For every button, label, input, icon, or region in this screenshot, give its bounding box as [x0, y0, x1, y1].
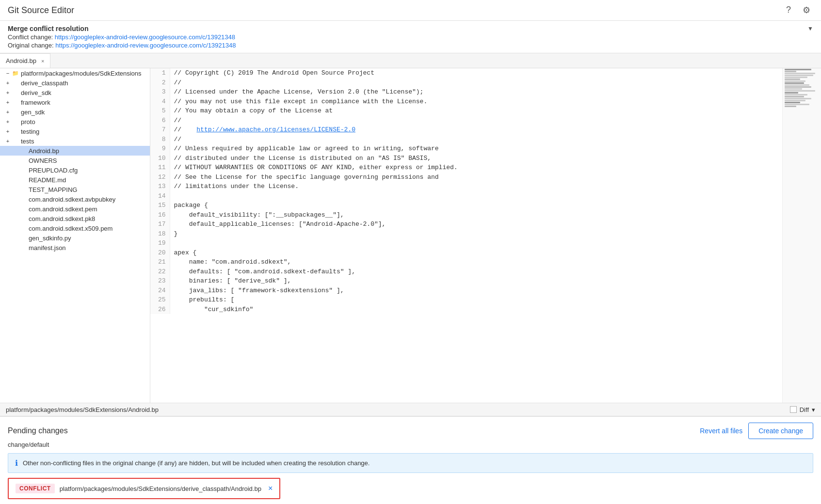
tree-item[interactable]: OWNERS [0, 156, 150, 165]
tree-item[interactable]: PREUPLOAD.cfg [0, 165, 150, 175]
code-editor[interactable]: 1// Copyright (C) 2019 The Android Open … [150, 68, 782, 403]
tree-item[interactable]: +derive_classpath [0, 78, 150, 88]
diff-label: Diff [800, 406, 809, 413]
create-change-button[interactable]: Create change [748, 423, 813, 439]
tree-item[interactable]: +testing [0, 126, 150, 136]
file-tab[interactable]: Android.bp × [0, 53, 50, 68]
revert-all-link[interactable]: Revert all files [700, 427, 742, 435]
table-row: 21 name: "com.android.sdkext", [150, 257, 782, 267]
spacer [12, 167, 19, 173]
folder-icon: 📁 [12, 69, 19, 77]
expand-icon: + [4, 119, 12, 125]
conflict-url[interactable]: https://googleplex-android-review.google… [55, 33, 235, 41]
line-code: default_visibility: [":__subpackages__"]… [170, 210, 782, 220]
table-row: 4// you may not use this file except in … [150, 97, 782, 107]
expand-icon: + [4, 109, 12, 115]
line-number: 24 [150, 286, 170, 296]
folder-icon [12, 118, 19, 126]
tree-item-label: PREUPLOAD.cfg [29, 167, 78, 174]
line-code: // [170, 116, 782, 126]
tree-item[interactable]: +framework [0, 97, 150, 107]
file-path: platform/packages/modules/SdkExtensions/… [6, 406, 159, 413]
conflict-change-row: Conflict change: https://googleplex-andr… [8, 33, 813, 41]
tree-item[interactable]: gen_sdkinfo.py [0, 233, 150, 243]
tree-item-label: testing [21, 128, 39, 135]
file-icon [19, 166, 27, 174]
tree-item[interactable]: TEST_MAPPING [0, 185, 150, 194]
tree-item-label: derive_classpath [21, 79, 68, 87]
tree-item[interactable]: com.android.sdkext.x509.pem [0, 223, 150, 233]
original-label: Original change: [8, 42, 54, 49]
tree-item[interactable]: com.android.sdkext.pk8 [0, 214, 150, 223]
line-code: // Unless required by applicable law or … [170, 144, 782, 154]
settings-icon[interactable]: ⚙ [803, 5, 813, 16]
table-row: 9// Unless required by applicable law or… [150, 144, 782, 154]
merge-bar-dropdown[interactable]: ▼ [807, 25, 813, 32]
spacer [12, 196, 19, 202]
line-number: 21 [150, 257, 170, 267]
line-number: 1 [150, 68, 170, 78]
tree-item[interactable]: com.android.sdkext.avbpubkey [0, 194, 150, 204]
tree-item[interactable]: com.android.sdkext.pem [0, 204, 150, 214]
diff-checkbox[interactable] [790, 406, 797, 413]
tab-close-button[interactable]: × [41, 58, 44, 64]
expand-icon: + [4, 99, 12, 105]
folder-icon [12, 137, 19, 145]
tree-item[interactable]: +tests [0, 136, 150, 146]
conflict-badge: CONFLICT [16, 484, 55, 493]
file-icon [19, 157, 27, 164]
file-icon [19, 147, 27, 155]
spacer [12, 158, 19, 163]
file-tree: − 📁 platform/packages/modules/SdkExtensi… [0, 68, 150, 403]
tree-item[interactable]: Android.bp [0, 146, 150, 156]
tree-item[interactable]: README.md [0, 175, 150, 185]
status-bar: platform/packages/modules/SdkExtensions/… [0, 403, 821, 416]
table-row: 13// limitations under the License. [150, 182, 782, 191]
tree-item[interactable]: +gen_sdk [0, 107, 150, 117]
bottom-panel: Pending changes Revert all files Create … [0, 416, 821, 504]
change-default: change/default [8, 441, 813, 448]
info-bar: ℹ Other non-conflicting files in the ori… [8, 453, 813, 473]
tree-item-label: com.android.sdkext.avbpubkey [29, 196, 115, 203]
help-icon[interactable]: ? [786, 5, 797, 16]
info-text: Other non-conflicting files in the origi… [23, 459, 370, 467]
line-number: 13 [150, 182, 170, 191]
line-number: 26 [150, 305, 170, 315]
tree-item-label: gen_sdkinfo.py [29, 235, 71, 242]
line-code: "cur_sdkinfo" [170, 305, 782, 315]
line-code: java_libs: [ "framework-sdkextensions" ]… [170, 286, 782, 296]
line-number: 17 [150, 220, 170, 229]
table-row: 12// See the License for the specific la… [150, 173, 782, 182]
line-number: 9 [150, 144, 170, 154]
spacer [12, 225, 19, 231]
app-title: Git Source Editor [8, 5, 74, 16]
expand-icon: + [4, 90, 12, 95]
file-icon [19, 195, 27, 203]
line-number: 15 [150, 201, 170, 210]
folder-icon [12, 127, 19, 135]
file-icon [19, 244, 27, 252]
diff-dropdown-arrow[interactable]: ▾ [812, 406, 815, 413]
tree-item[interactable]: +derive_sdk [0, 88, 150, 97]
line-code: // http://www.apache.org/licenses/LICENS… [170, 125, 782, 135]
original-url[interactable]: https://googleplex-android-review.google… [55, 42, 236, 49]
tree-item[interactable]: +proto [0, 117, 150, 126]
line-code: prebuilts: [ [170, 295, 782, 305]
conflict-close-button[interactable]: × [268, 484, 273, 493]
tree-item[interactable]: manifest.json [0, 243, 150, 252]
table-row: 5// You may obtain a copy of the License… [150, 106, 782, 116]
line-code: apex { [170, 248, 782, 258]
line-code: // See the License for the specific lang… [170, 173, 782, 182]
tree-item-label: framework [21, 99, 50, 106]
license-link[interactable]: http://www.apache.org/licenses/LICENSE-2… [196, 126, 355, 133]
merge-bar-title: Merge conflict resolution [8, 25, 88, 32]
line-number: 6 [150, 116, 170, 126]
header-icons: ? ⚙ [786, 5, 813, 16]
line-code: // Licensed under the Apache License, Ve… [170, 87, 782, 97]
line-code: // distributed under the License is dist… [170, 154, 782, 163]
tree-root[interactable]: − 📁 platform/packages/modules/SdkExtensi… [0, 68, 150, 78]
file-icon [19, 176, 27, 184]
line-code: // You may obtain a copy of the License … [170, 106, 782, 116]
spacer [12, 177, 19, 183]
tree-item-label: tests [21, 138, 34, 145]
